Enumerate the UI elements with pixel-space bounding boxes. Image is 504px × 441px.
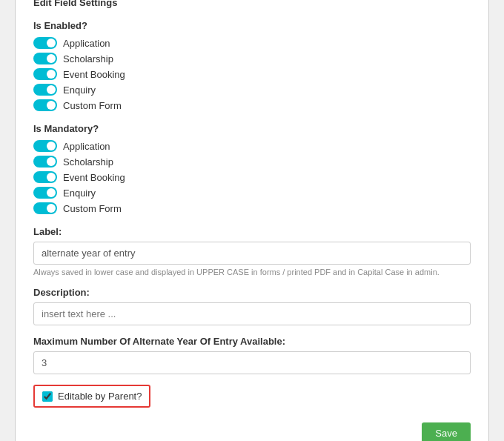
description-field-label: Description:: [33, 287, 471, 298]
toggle-label-enabled-eventbooking: Event Booking: [63, 69, 125, 80]
is-mandatory-label: Is Mandatory?: [33, 123, 471, 134]
label-field-label: Label:: [33, 226, 471, 237]
toggle-label-enabled-scholarship: Scholarship: [63, 53, 113, 64]
edit-field-settings-card: Edit Field Settings Is Enabled? Applicat…: [15, 0, 489, 441]
is-enabled-label: Is Enabled?: [33, 20, 471, 31]
toggle-row-enabled-eventbooking: Event Booking: [33, 68, 471, 80]
toggle-row-enabled-application: Application: [33, 37, 471, 49]
toggle-label-enabled-enquiry: Enquiry: [63, 84, 96, 96]
toggle-row-enabled-scholarship: Scholarship: [33, 53, 471, 64]
toggle-label-mandatory-customform: Custom Form: [63, 203, 122, 214]
toggle-enabled-scholarship[interactable]: [33, 53, 57, 64]
toggle-label-enabled-application: Application: [63, 38, 110, 49]
card-title: Edit Field Settings: [33, 0, 471, 8]
toggle-mandatory-scholarship[interactable]: [33, 156, 57, 168]
max-field-label: Maximum Number Of Alternate Year Of Entr…: [33, 336, 471, 347]
toggle-label-mandatory-eventbooking: Event Booking: [63, 172, 125, 183]
toggle-label-enabled-customform: Custom Form: [63, 100, 122, 111]
toggle-row-mandatory-eventbooking: Event Booking: [33, 171, 471, 183]
toggle-enabled-application[interactable]: [33, 37, 57, 49]
toggle-mandatory-eventbooking[interactable]: [33, 171, 57, 183]
max-field-group: Maximum Number Of Alternate Year Of Entr…: [33, 336, 471, 374]
max-input[interactable]: [33, 351, 471, 374]
toggle-row-mandatory-application: Application: [33, 140, 471, 152]
toggle-row-enabled-enquiry: Enquiry: [33, 84, 471, 96]
editable-by-parent-row: Editable by Parent?: [33, 385, 150, 408]
label-input[interactable]: [33, 242, 471, 265]
editable-by-parent-checkbox[interactable]: [42, 391, 53, 402]
toggle-row-mandatory-enquiry: Enquiry: [33, 187, 471, 199]
toggle-row-mandatory-scholarship: Scholarship: [33, 156, 471, 168]
toggle-label-mandatory-application: Application: [63, 141, 110, 152]
editable-by-parent-label: Editable by Parent?: [58, 391, 142, 402]
footer: Save: [33, 422, 471, 441]
toggle-enabled-eventbooking[interactable]: [33, 68, 57, 80]
toggle-row-enabled-customform: Custom Form: [33, 99, 471, 111]
toggle-row-mandatory-customform: Custom Form: [33, 202, 471, 214]
description-field-group: Description:: [33, 287, 471, 325]
label-field-group: Label: Always saved in lower case and di…: [33, 226, 471, 276]
toggle-mandatory-customform[interactable]: [33, 202, 57, 214]
toggle-mandatory-enquiry[interactable]: [33, 187, 57, 199]
toggle-enabled-customform[interactable]: [33, 99, 57, 111]
toggle-mandatory-application[interactable]: [33, 140, 57, 152]
save-button[interactable]: Save: [422, 422, 471, 441]
label-hint: Always saved in lower case and displayed…: [33, 268, 471, 276]
toggle-enabled-enquiry[interactable]: [33, 84, 57, 96]
is-enabled-section: Is Enabled? Application Scholarship Even…: [33, 20, 471, 111]
description-input[interactable]: [33, 302, 471, 325]
is-mandatory-section: Is Mandatory? Application Scholarship Ev…: [33, 123, 471, 214]
toggle-label-mandatory-enquiry: Enquiry: [63, 188, 96, 199]
toggle-label-mandatory-scholarship: Scholarship: [63, 156, 113, 168]
